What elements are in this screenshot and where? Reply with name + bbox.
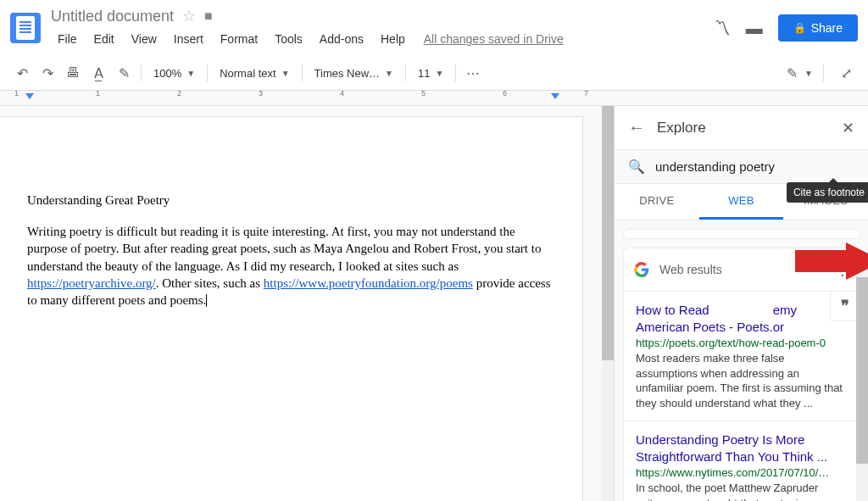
- menu-format[interactable]: Format: [214, 29, 264, 49]
- link-poetryarchive[interactable]: https://poetryarchive.org/: [27, 276, 156, 290]
- font-dropdown[interactable]: Times New…▼: [308, 64, 400, 83]
- result-url-1: https://poets.org/text/how-read-poem-0: [636, 337, 849, 349]
- explore-panel: ← Explore ✕ 🔍 DRIVE WEB IMAGES Web resul…: [614, 106, 868, 501]
- star-icon[interactable]: ☆: [182, 7, 196, 25]
- left-indent-marker[interactable]: [25, 93, 34, 99]
- share-label: Share: [811, 21, 843, 35]
- print-icon[interactable]: 🖶: [61, 61, 85, 85]
- fontsize-dropdown[interactable]: 11▼: [411, 64, 450, 83]
- hint-card[interactable]: [623, 229, 861, 239]
- result-title-2[interactable]: Understanding Poetry Is More Straightfor…: [636, 431, 849, 465]
- right-indent-marker[interactable]: [551, 93, 559, 99]
- tab-web[interactable]: WEB: [699, 184, 784, 220]
- doc-scrollbar[interactable]: [602, 106, 614, 501]
- web-results-card: Web results ⋮ ❞ How to Readxxxxxxxxxxemy…: [623, 248, 861, 501]
- share-button[interactable]: 🔒 Share: [778, 14, 858, 42]
- expand-icon[interactable]: ⤢: [834, 61, 858, 85]
- doc-heading[interactable]: Understanding Great Poetry: [27, 193, 555, 208]
- menu-edit[interactable]: Edit: [87, 29, 121, 49]
- ruler[interactable]: 1 1 2 3 4 5 6 7: [0, 91, 868, 106]
- paint-format-icon[interactable]: ✎: [112, 61, 136, 85]
- result-title-1[interactable]: How to Readxxxxxxxxxxemy American Poets …: [636, 302, 849, 335]
- page[interactable]: Understanding Great Poetry Writing poetr…: [0, 116, 583, 501]
- comments-icon[interactable]: ▬: [746, 19, 763, 38]
- docs-logo[interactable]: [10, 13, 41, 43]
- edit-mode-icon[interactable]: ✎: [787, 65, 798, 81]
- explore-title: Explore: [657, 120, 830, 136]
- more-icon[interactable]: ⋯: [461, 61, 485, 85]
- activity-icon[interactable]: 〽: [714, 19, 731, 38]
- search-icon: 🔍: [628, 159, 645, 175]
- menu-view[interactable]: View: [125, 29, 164, 49]
- result-item-2[interactable]: Understanding Poetry Is More Straightfor…: [624, 420, 860, 501]
- toolbar: ↶ ↷ 🖶 A̲ ✎ 100%▼ Normal text▼ Times New……: [0, 56, 868, 91]
- folder-icon[interactable]: ■: [204, 8, 213, 24]
- menu-tools[interactable]: Tools: [268, 29, 309, 49]
- result-url-2: https://www.nytimes.com/2017/07/10/…: [636, 466, 849, 479]
- menu-addons[interactable]: Add-ons: [313, 29, 370, 49]
- lock-icon: 🔒: [793, 22, 806, 34]
- app-header: Untitled document ☆ ■ File Edit View Ins…: [0, 0, 868, 56]
- cite-tooltip: Cite as footnote: [787, 182, 868, 203]
- google-logo-icon: [634, 262, 649, 277]
- menu-file[interactable]: File: [51, 29, 84, 49]
- menu-help[interactable]: Help: [374, 29, 412, 49]
- text-cursor: [206, 294, 207, 307]
- redo-icon[interactable]: ↷: [36, 61, 59, 85]
- link-poetryfoundation[interactable]: https://www.poetryfoundation.org/poems: [264, 276, 473, 290]
- result-item-1[interactable]: How to Readxxxxxxxxxxemy American Poets …: [624, 291, 860, 420]
- menu-bar: File Edit View Insert Format Tools Add-o…: [51, 29, 714, 49]
- explore-scrollbar[interactable]: [856, 252, 868, 501]
- zoom-dropdown[interactable]: 100%▼: [147, 64, 202, 83]
- style-dropdown[interactable]: Normal text▼: [213, 64, 296, 83]
- close-icon[interactable]: ✕: [842, 119, 854, 137]
- back-icon[interactable]: ←: [628, 118, 645, 137]
- undo-icon[interactable]: ↶: [10, 61, 34, 85]
- document-title[interactable]: Untitled document: [51, 8, 174, 25]
- edit-mode-arrow[interactable]: ▼: [804, 69, 813, 78]
- result-snippet-2: In school, the poet Matthew Zapruder wri…: [636, 481, 849, 501]
- tab-drive[interactable]: DRIVE: [615, 184, 699, 220]
- save-status[interactable]: All changes saved in Drive: [424, 32, 564, 46]
- doc-paragraph[interactable]: Writing poetry is difficult but reading …: [27, 223, 555, 309]
- document-area[interactable]: Understanding Great Poetry Writing poetr…: [0, 106, 614, 501]
- search-input[interactable]: [655, 159, 854, 174]
- spellcheck-icon[interactable]: A̲: [86, 61, 110, 85]
- result-snippet-1: Most readers make three false assumption…: [636, 351, 849, 410]
- menu-insert[interactable]: Insert: [167, 29, 210, 49]
